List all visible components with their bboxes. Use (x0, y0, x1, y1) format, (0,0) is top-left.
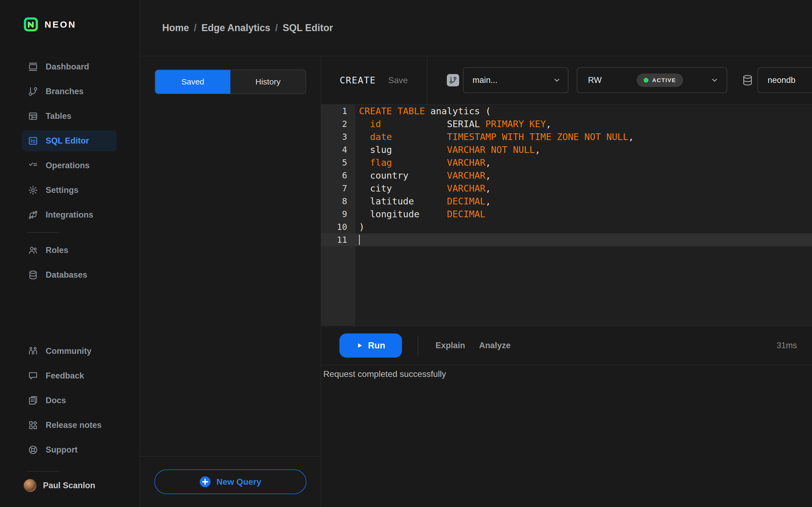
community-icon (28, 346, 38, 356)
chevron-down-icon (553, 76, 561, 84)
sidebar-item-release-notes[interactable]: Release notes (22, 415, 117, 436)
user-avatar (23, 479, 37, 492)
line-number: 8 (321, 195, 355, 208)
content: SavedHistory New Query CREATE Save (140, 56, 812, 507)
sidebar-item-label: SQL Editor (46, 136, 89, 146)
operations-icon (28, 160, 38, 171)
sidebar-item-support[interactable]: Support (22, 439, 117, 460)
branch-select-value: main... (472, 75, 498, 85)
dashboard-icon (28, 62, 38, 72)
tab-history[interactable]: History (231, 70, 306, 94)
sidebar-item-settings[interactable]: Settings (22, 180, 117, 201)
sidebar-item-label: Databases (46, 270, 87, 280)
user-menu[interactable]: Paul Scanlon (0, 471, 139, 507)
new-query-label: New Query (216, 477, 261, 487)
run-label: Run (368, 340, 385, 351)
line-number: 3 (321, 130, 355, 143)
database-select[interactable]: neondb (758, 67, 812, 93)
code-line: 9 longitude DECIMAL (321, 208, 812, 221)
line-number: 7 (321, 182, 355, 195)
queries-panel: SavedHistory New Query (140, 56, 321, 507)
query-duration: 31ms (776, 341, 797, 350)
sidebar-item-tables[interactable]: Tables (22, 106, 117, 127)
sidebar-item-roles[interactable]: Roles (22, 240, 117, 261)
sidebar-item-databases[interactable]: Databases (22, 265, 117, 285)
line-number: 4 (321, 143, 355, 156)
new-query-button[interactable]: New Query (154, 469, 306, 494)
breadcrumb: Home/Edge Analytics/SQL Editor (162, 22, 333, 34)
sidebar-item-label: Dashboard (46, 62, 89, 72)
code-line: 7 city VARCHAR, (321, 182, 812, 195)
query-title: CREATE (340, 75, 376, 86)
line-number: 6 (321, 169, 355, 182)
database-select-value: neondb (768, 75, 795, 85)
chevron-down-icon (711, 76, 719, 84)
code-line-text: slug VARCHAR NOT NULL, (355, 143, 541, 156)
code-line-text: city VARCHAR, (355, 182, 491, 195)
sidebar-item-branches[interactable]: Branches (22, 81, 117, 102)
explain-button[interactable]: Explain (436, 341, 465, 350)
code-line: 2 id SERIAL PRIMARY KEY, (321, 117, 812, 130)
sidebar-divider (27, 232, 59, 233)
breadcrumb-separator: / (275, 22, 278, 34)
top-bar: Home/Edge Analytics/SQL Editor (140, 0, 812, 56)
integrations-icon (28, 210, 38, 220)
queries-list-area (140, 94, 321, 456)
user-name: Paul Scanlon (43, 481, 95, 490)
code-line-text: country VARCHAR, (355, 169, 491, 182)
code-editor[interactable]: 1CREATE TABLE analytics (2 id SERIAL PRI… (321, 105, 812, 326)
roles-icon (28, 245, 38, 256)
breadcrumb-item[interactable]: Home (162, 22, 189, 34)
code-line: 4 slug VARCHAR NOT NULL, (321, 143, 812, 156)
compute-select[interactable]: RW ACTIVE (577, 67, 727, 93)
sidebar-nav-primary: DashboardBranchesTablesSQL EditorOperati… (0, 56, 139, 225)
feedback-icon (28, 371, 38, 381)
sidebar-item-label: Roles (46, 245, 68, 255)
queries-panel-footer: New Query (140, 456, 321, 507)
play-icon (356, 342, 363, 349)
docs-icon (28, 395, 38, 406)
breadcrumb-item[interactable]: Edge Analytics (201, 22, 270, 34)
code-line-text (355, 233, 360, 246)
breadcrumb-separator: / (194, 22, 197, 34)
code-line-text: date TIMESTAMP WITH TIME ZONE NOT NULL, (355, 130, 634, 143)
line-number: 9 (321, 208, 355, 221)
sidebar-item-community[interactable]: Community (22, 341, 117, 361)
app: { "brand": { "name": "NEON" }, "breadcru… (0, 0, 812, 507)
compute-select-value: RW (588, 75, 602, 85)
sidebar-item-docs[interactable]: Docs (22, 390, 117, 411)
branches-icon (28, 87, 38, 97)
sidebar-item-label: Release notes (46, 420, 102, 430)
text-cursor (359, 235, 360, 245)
sidebar-item-feedback[interactable]: Feedback (22, 365, 117, 386)
run-bar-divider (418, 336, 418, 355)
analyze-button[interactable]: Analyze (479, 341, 510, 350)
sidebar-item-sql-editor[interactable]: SQL Editor (22, 130, 117, 151)
settings-icon (28, 185, 38, 195)
sidebar-item-label: Docs (46, 396, 66, 405)
sidebar-item-dashboard[interactable]: Dashboard (22, 56, 117, 77)
support-icon (28, 445, 38, 455)
sidebar-item-label: Tables (46, 111, 71, 121)
neon-logo-icon (23, 17, 38, 32)
toolbar-divider (427, 56, 427, 104)
brand-logo[interactable]: NEON (0, 0, 139, 32)
run-button[interactable]: Run (340, 333, 402, 357)
sidebar-item-operations[interactable]: Operations (22, 155, 117, 176)
editor-toolbar: CREATE Save main... RW (321, 56, 812, 105)
sidebar-item-label: Support (46, 445, 78, 455)
line-number: 1 (321, 105, 355, 117)
code-line-text: CREATE TABLE analytics ( (355, 105, 491, 117)
save-button[interactable]: Save (388, 75, 408, 85)
line-number: 11 (321, 233, 355, 246)
sidebar-item-integrations[interactable]: Integrations (22, 205, 117, 225)
tab-saved[interactable]: Saved (155, 70, 231, 94)
sidebar-nav-secondary: RolesDatabases (0, 240, 139, 285)
release-notes-icon (28, 420, 38, 430)
status-badge-label: ACTIVE (652, 77, 676, 83)
sql-editor-icon (28, 136, 38, 146)
code-lines: 1CREATE TABLE analytics (2 id SERIAL PRI… (321, 105, 812, 246)
code-line-text: id SERIAL PRIMARY KEY, (355, 117, 552, 130)
branch-icon-button[interactable] (447, 74, 459, 87)
branch-select[interactable]: main... (463, 67, 568, 93)
